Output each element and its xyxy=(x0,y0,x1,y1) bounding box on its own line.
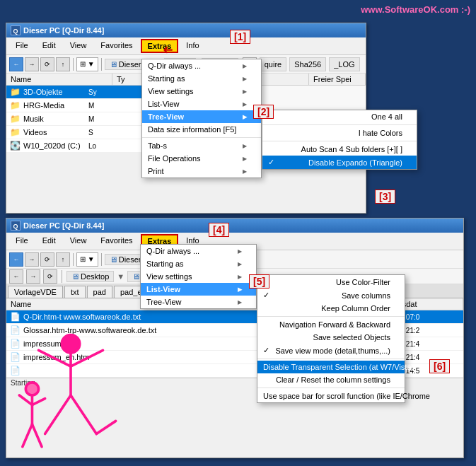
window-icon-top: Q xyxy=(11,25,21,35)
file-list-top-left: 📁 3D-Objekte Sy 📁 HRG-Media M 📁 Musik M … xyxy=(6,86,148,153)
annotation-2: [2] xyxy=(253,105,274,119)
arrow-extras: ➜ xyxy=(163,42,173,58)
col-name-top[interactable]: Name xyxy=(6,74,112,85)
annotation-6: [6] xyxy=(429,359,450,373)
tab-pad[interactable]: pad xyxy=(87,286,112,298)
menu-info-top[interactable]: Info xyxy=(180,39,205,53)
toolbar-sep2 xyxy=(101,58,102,71)
toolbar-sep1 xyxy=(73,58,74,71)
menu-startingas-top[interactable]: Starting as ▶ xyxy=(142,72,261,85)
arrow-treeview-b: ▶ xyxy=(238,299,242,305)
tab-txt[interactable]: txt xyxy=(64,286,86,298)
btn-back-top[interactable]: ← xyxy=(9,57,23,71)
menu-bar-top: File Edit View Favorites Extras Info xyxy=(6,37,366,55)
arrow-print: ▶ xyxy=(243,168,247,175)
arrow-listview-b: ▶ xyxy=(238,286,242,293)
icon-qdir: 📄 xyxy=(9,311,21,322)
btn-back-bottom[interactable]: ← xyxy=(9,252,23,267)
menu-listview-bottom[interactable]: List-View ▶ xyxy=(141,283,256,296)
file-type-musik: M xyxy=(88,115,145,123)
file-row-w10[interactable]: 💽 W10_2020d (C:) Lo xyxy=(6,139,148,153)
menu-file-bottom[interactable]: File xyxy=(9,234,35,248)
menu-favorites-bottom[interactable]: Favorites xyxy=(94,234,139,248)
menu-ihatecolors[interactable]: I hate Colors xyxy=(262,127,417,139)
folder-icon-hrg: 📁 xyxy=(9,100,21,111)
menu-favorites-top[interactable]: Favorites xyxy=(94,39,139,53)
left-panel-top: Name Ty 📁 3D-Objekte Sy 📁 HRG-Media M 📁 … xyxy=(6,74,148,163)
btn-forward-bottom[interactable]: → xyxy=(25,252,39,267)
path-quire[interactable]: quire xyxy=(260,57,286,71)
window-title-bottom: Dieser PC [Q-Dir 8.44] xyxy=(23,221,104,230)
menu-startingas-bottom[interactable]: Starting as ▶ xyxy=(141,257,256,270)
file-row-musik[interactable]: 📁 Musik M xyxy=(6,112,148,126)
menu-clearreset[interactable]: Clear / Reset the column settings xyxy=(257,373,405,386)
menu-listview-top[interactable]: List-View ▶ xyxy=(142,98,261,110)
menu-navforward[interactable]: Navigation Forward & Backward xyxy=(257,318,405,331)
file-row-3dobjekte[interactable]: 📁 3D-Objekte Sy xyxy=(6,86,148,99)
btn-back-desktop[interactable]: ← xyxy=(9,269,23,284)
menu-one4all[interactable]: One 4 all xyxy=(262,110,417,123)
path-log[interactable]: _LOG xyxy=(329,57,359,71)
layout-dropdown-top[interactable]: ⊞ ▼ xyxy=(76,57,98,71)
arrow-viewsettings: ▶ xyxy=(243,88,247,95)
btn-forward-top[interactable]: → xyxy=(25,57,39,71)
btn-refresh-bottom[interactable]: ⟳ xyxy=(40,252,54,267)
menu-tabs[interactable]: Tab-s ▶ xyxy=(142,139,261,152)
menu-edit-bottom[interactable]: Edit xyxy=(36,234,62,248)
extras-dropdown-top: Q-Dir always ... ▶ Starting as ▶ View se… xyxy=(141,59,262,178)
menu-saveviewmode[interactable]: ✓ Save view mode (detail,thums,...) xyxy=(257,344,405,357)
menu-qdiraway-bottom[interactable]: Q-Dir always ... ▶ xyxy=(141,245,256,257)
tab-vorlage[interactable]: VorlageVDE xyxy=(8,286,63,298)
file-name-3d: 3D-Objekte xyxy=(23,88,88,96)
sep-ihatecolors xyxy=(262,124,417,125)
btn-refresh-top[interactable]: ⟳ xyxy=(40,57,54,71)
btn-refresh-desktop[interactable]: ⟳ xyxy=(43,269,57,284)
menu-print[interactable]: Print ▶ xyxy=(142,165,261,177)
col-freier-spei[interactable]: Freier Spei xyxy=(309,74,366,85)
file-type-hrg: M xyxy=(88,102,145,110)
layout-dropdown-bottom[interactable]: ⊞ ▼ xyxy=(76,252,98,267)
menu-savecolumns[interactable]: ✓ Save columns xyxy=(257,289,405,302)
menu-file-top[interactable]: File xyxy=(9,39,35,53)
arrow-treeview: ▶ xyxy=(243,114,247,120)
path-sha256[interactable]: Sha256 xyxy=(289,57,326,71)
check-disableexp: ✓ xyxy=(268,158,278,167)
menu-keepcolorder[interactable]: Keep Column Order xyxy=(257,302,405,315)
menu-view-bottom[interactable]: View xyxy=(64,234,93,248)
menu-fileops[interactable]: File Operations ▶ xyxy=(142,152,261,165)
icon-last: 📄 xyxy=(9,365,21,376)
menu-viewsettings-bottom[interactable]: View settings ▶ xyxy=(141,270,256,283)
file-type-3d: Sy xyxy=(88,88,145,96)
menu-treeview-top[interactable]: Tree-View ▶ xyxy=(142,110,261,123)
menu-view-top[interactable]: View xyxy=(64,39,93,53)
menu-edit-top[interactable]: Edit xyxy=(36,39,62,53)
file-type-w10: Lo xyxy=(88,142,145,150)
file-row-videos[interactable]: 📁 Videos S xyxy=(6,126,148,139)
btn-up-bottom[interactable]: ↑ xyxy=(56,252,70,267)
menu-qdiraway-top[interactable]: Q-Dir always ... ▶ xyxy=(142,59,261,72)
menu-disabletrans[interactable]: Disable Transparent Selection (at W7/Vis… xyxy=(257,361,405,373)
title-bar-top: Q Dieser PC [Q-Dir 8.44] xyxy=(6,23,366,37)
menu-treeview-bottom[interactable]: Tree-View ▶ xyxy=(141,296,256,308)
btn-up-top[interactable]: ↑ xyxy=(56,57,70,71)
menu-usecolorfilter[interactable]: ✓ Use Color-Filter xyxy=(257,275,405,289)
toolbar-sep3 xyxy=(73,253,74,266)
drive-icon-w10: 💽 xyxy=(9,140,21,151)
file-name-videos: Videos xyxy=(23,128,88,136)
sep-desktop xyxy=(62,270,62,283)
arrow-startingas: ▶ xyxy=(243,76,247,82)
menu-saveselected[interactable]: Save selected Objects xyxy=(257,331,405,344)
menu-spacebar[interactable]: Use space bar for scroll function (like … xyxy=(257,390,405,402)
sep-navforward xyxy=(257,316,405,317)
listview-submenu: ✓ Use Color-Filter ✓ Save columns Keep C… xyxy=(257,274,405,403)
btn-forward-desktop[interactable]: → xyxy=(26,269,40,284)
icon-impressum: 📄 xyxy=(9,338,21,349)
path-desktop[interactable]: 🖥 Desktop xyxy=(66,271,114,282)
menu-viewsettings-top[interactable]: View settings ▶ xyxy=(142,85,261,98)
menu-autoscan[interactable]: Auto Scan 4 Sub folders [+][ ] xyxy=(262,143,417,156)
file-row-hrgmedia[interactable]: 📁 HRG-Media M xyxy=(6,99,148,112)
sep-disabletrans xyxy=(257,359,405,359)
sep-autoscan xyxy=(262,141,417,141)
menu-disable-expando[interactable]: ✓ Disable Expando (Triangle) xyxy=(262,156,417,169)
menu-datasizeinfo[interactable]: Data size information [F5] xyxy=(142,123,261,136)
